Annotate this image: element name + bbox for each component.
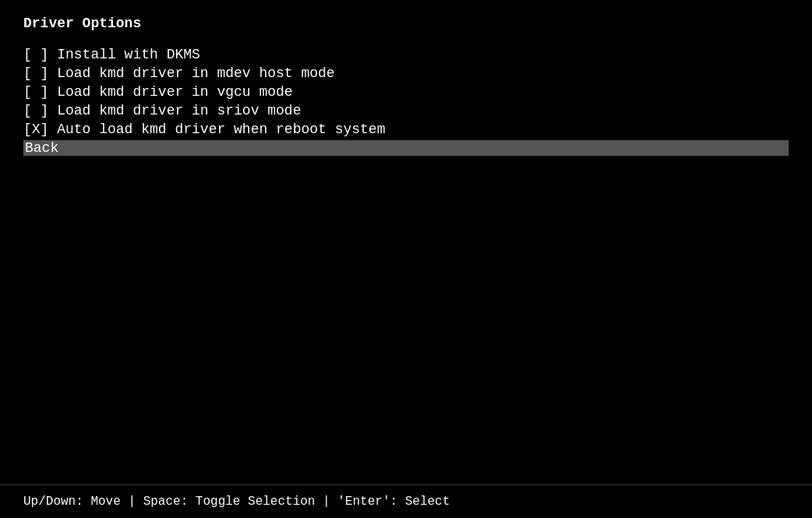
menu-item-auto-load[interactable]: [X] Auto load kmd driver when reboot sys… bbox=[23, 122, 789, 137]
label-mdev-host: Load kmd driver in mdev host mode bbox=[48, 65, 334, 81]
back-button[interactable]: Back bbox=[23, 140, 789, 156]
checkbox-mdev-host: [ ] bbox=[23, 65, 48, 81]
checkbox-auto-load: [X] bbox=[23, 122, 48, 137]
label-install-dkms: Install with DKMS bbox=[48, 47, 199, 62]
checkbox-install-dkms: [ ] bbox=[23, 47, 48, 62]
menu-item-sriov-mode[interactable]: [ ] Load kmd driver in sriov mode bbox=[23, 103, 789, 118]
menu-item-mdev-host[interactable]: [ ] Load kmd driver in mdev host mode bbox=[23, 65, 789, 81]
checkbox-vgcu-mode: [ ] bbox=[23, 84, 48, 100]
status-bar: Up/Down: Move | Space: Toggle Selection … bbox=[0, 485, 812, 518]
menu-item-vgcu-mode[interactable]: [ ] Load kmd driver in vgcu mode bbox=[23, 84, 789, 100]
page-title: Driver Options bbox=[23, 16, 789, 31]
terminal-container: Driver Options [ ] Install with DKMS[ ] … bbox=[0, 0, 812, 485]
label-auto-load: Auto load kmd driver when reboot system bbox=[48, 122, 385, 137]
label-vgcu-mode: Load kmd driver in vgcu mode bbox=[48, 84, 292, 100]
menu-items-list: [ ] Install with DKMS[ ] Load kmd driver… bbox=[23, 47, 789, 137]
menu-item-install-dkms[interactable]: [ ] Install with DKMS bbox=[23, 47, 789, 62]
label-sriov-mode: Load kmd driver in sriov mode bbox=[48, 103, 301, 118]
checkbox-sriov-mode: [ ] bbox=[23, 103, 48, 118]
